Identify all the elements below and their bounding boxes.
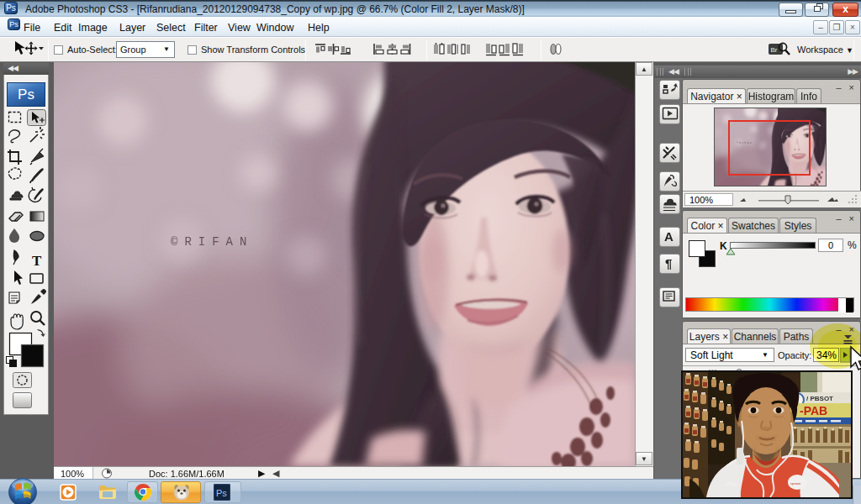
svg-text:A: A: [664, 229, 673, 244]
svg-text:T: T: [32, 253, 42, 269]
svg-text:sponsor: sponsor: [790, 482, 801, 486]
svg-text:/ PBSOT: / PBSOT: [806, 395, 833, 402]
svg-text:¶: ¶: [665, 256, 672, 270]
svg-text:-PAB: -PAB: [800, 404, 827, 417]
svg-text:Br: Br: [771, 46, 778, 54]
svg-text:Ps: Ps: [216, 488, 227, 498]
